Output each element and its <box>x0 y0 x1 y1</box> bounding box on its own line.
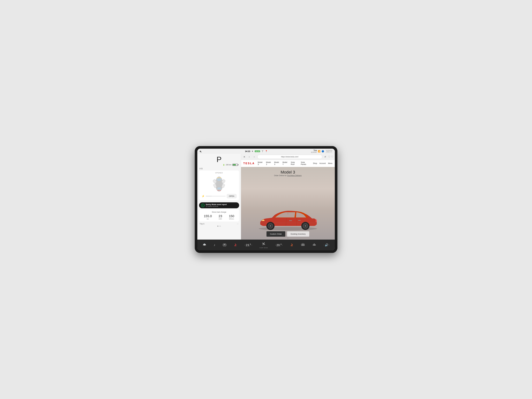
temp-left-arrow-right[interactable]: › <box>252 244 252 246</box>
charge-stats-card: Since last charge 155.0 km 23 kWh 150 Wh <box>199 209 239 221</box>
svg-rect-25 <box>316 220 317 222</box>
dot-3[interactable] <box>220 226 221 227</box>
aqi-badge: AQI 48 <box>255 150 260 152</box>
status-center: 14:13 ☀ AQI 48 ⊤ 📍 <box>245 150 267 153</box>
svg-rect-11 <box>220 190 221 191</box>
svg-point-28 <box>205 245 206 246</box>
stat-energy: 23 kWh <box>219 214 222 220</box>
bookmark-button[interactable]: ♡ <box>331 155 333 158</box>
nav-shop[interactable]: Shop <box>313 162 317 164</box>
bolt-icon: ⚡ <box>202 195 205 197</box>
nav-menu[interactable]: Menu <box>328 162 332 164</box>
door-status-label: OPENED <box>201 172 238 174</box>
taskbar-music[interactable]: ♪ <box>214 243 215 247</box>
existing-inventory-button[interactable]: Existing Inventory <box>287 231 309 237</box>
scroll-hint: ⌄ <box>287 236 289 239</box>
volume-icon[interactable]: 🔊 <box>325 243 328 247</box>
left-panel: P 🔋 240 km 小白 OPENED <box>197 154 241 239</box>
stat-distance-unit: km <box>204 218 212 220</box>
nav-solar-panels[interactable]: Solar Panels <box>301 161 310 166</box>
stat-energy-value: 23 <box>219 214 222 218</box>
seat-heat-left-icon <box>234 243 237 247</box>
nav-solar-roof[interactable]: Solar Roof <box>291 161 298 166</box>
taskbar-cast[interactable] <box>223 243 227 247</box>
nav-account[interactable]: Account <box>319 162 326 164</box>
camp-mode-label: CAMP MODE <box>259 247 268 248</box>
battery-bar <box>232 164 238 166</box>
taskbar-seat-heat-right[interactable] <box>290 243 294 247</box>
tesla-nav: TESLA Model S Model 3 Model X Model Y So… <box>241 160 335 167</box>
svg-point-3 <box>217 187 221 190</box>
sentry-notification[interactable]: ℹ Sentry Mode event report 12 events occ… <box>199 202 239 208</box>
charge-slider[interactable] <box>206 196 226 196</box>
sentry-text: Sentry Mode event report 12 events occur… <box>206 203 227 207</box>
taskbar-rear-defrost[interactable] <box>301 243 305 247</box>
trip-more-icon[interactable]: ··· <box>237 223 239 225</box>
taskbar-car[interactable] <box>203 243 207 247</box>
svg-point-2 <box>217 178 221 181</box>
temp-control-left: ‹ 23.5 › <box>245 243 252 247</box>
custom-order-button[interactable]: Custom Order <box>266 231 285 237</box>
open-button[interactable]: OPEN <box>227 194 236 198</box>
svg-text:T: T <box>287 213 288 215</box>
sentry-title: Sentry Mode event report <box>206 203 227 206</box>
volume-down-button[interactable]: ‹ <box>323 244 324 246</box>
svg-rect-16 <box>298 220 301 221</box>
car-status-card: OPENED <box>199 171 239 200</box>
nav-model-3[interactable]: Model 3 <box>266 161 272 166</box>
sentry-subtitle: 12 events occurred <box>206 206 227 207</box>
tesla-car-image: T <box>252 197 324 231</box>
weather-icon: ☀ <box>252 150 253 152</box>
taskbar-front-defrost[interactable] <box>312 243 316 247</box>
svg-point-30 <box>263 243 264 244</box>
tesla-nav-icon: ⊤ <box>262 150 264 153</box>
camp-mode-container[interactable]: CAMP MODE <box>259 242 268 248</box>
dot-2[interactable] <box>219 226 220 227</box>
car-name: 小白 <box>199 167 239 170</box>
taskbar-seat-heat-left[interactable] <box>234 243 237 247</box>
model-subtitle: Order Online for Touchless Delivery <box>241 175 335 177</box>
url-bar[interactable]: https://www.tesla.com/ <box>257 155 322 159</box>
nav-model-x[interactable]: Model X <box>274 161 280 166</box>
charging-icon: 🔋 <box>223 164 225 166</box>
range-text: 240 km <box>226 164 231 166</box>
range-bar: 🔋 240 km <box>199 164 239 166</box>
battery-fill <box>233 164 236 166</box>
car-top-view <box>213 175 225 193</box>
time-display: 14:13 <box>245 150 250 153</box>
tesla-website: TESLA Model S Model 3 Model X Model Y So… <box>241 160 335 239</box>
status-right: Tina 金泉营桥 📶 🔵 PASSENGER AIRBAG OFF <box>311 149 333 153</box>
browser-back-button[interactable]: ‹ <box>247 155 251 159</box>
browser-close-button[interactable]: ✕ <box>242 155 246 159</box>
volume-control: ‹ 🔊 › <box>323 243 329 247</box>
trip-row: Trip A ··· <box>199 221 239 225</box>
music-icon: ♪ <box>214 243 215 247</box>
nav-model-y[interactable]: Model Y <box>283 161 289 166</box>
favorite-button[interactable]: ♡ <box>328 155 330 158</box>
volume-up-button[interactable]: › <box>329 244 329 246</box>
browser-forward-button[interactable]: › <box>252 155 256 159</box>
temp-left-arrow-left[interactable]: ‹ <box>245 244 245 246</box>
car-icon <box>203 243 207 247</box>
svg-point-24 <box>305 225 306 227</box>
dots-indicator <box>199 226 239 227</box>
dot-1[interactable] <box>217 226 218 227</box>
fan-icon <box>261 242 266 247</box>
charge-slider-fill <box>206 196 212 196</box>
model-title: Model 3 <box>241 170 335 175</box>
browser-toolbar: ✕ ‹ › https://www.tesla.com/ ↺ ♡ ♡ <box>241 154 335 160</box>
temp-right-arrow-left[interactable]: ‹ <box>275 244 276 246</box>
touchless-delivery-link[interactable]: Touchless Delivery <box>287 175 302 177</box>
tesla-cta-buttons: Custom Order Existing Inventory <box>266 231 309 237</box>
temp-right-arrow-right[interactable]: › <box>282 244 283 246</box>
stat-efficiency-unit: Wh/km <box>229 218 234 220</box>
tesla-nav-links: Model S Model 3 Model X Model Y Solar Ro… <box>258 161 310 166</box>
wifi-icon: 📶 <box>318 150 320 153</box>
reload-button[interactable]: ↺ <box>323 155 327 159</box>
stat-efficiency: 150 Wh/km <box>229 214 234 220</box>
tesla-logo: TESLA <box>243 162 255 165</box>
passenger-badge: PASSENGER AIRBAG OFF <box>325 149 333 153</box>
temp-left-value: 23.5 <box>246 243 251 247</box>
nav-model-s[interactable]: Model S <box>258 161 264 166</box>
svg-rect-15 <box>289 220 292 221</box>
